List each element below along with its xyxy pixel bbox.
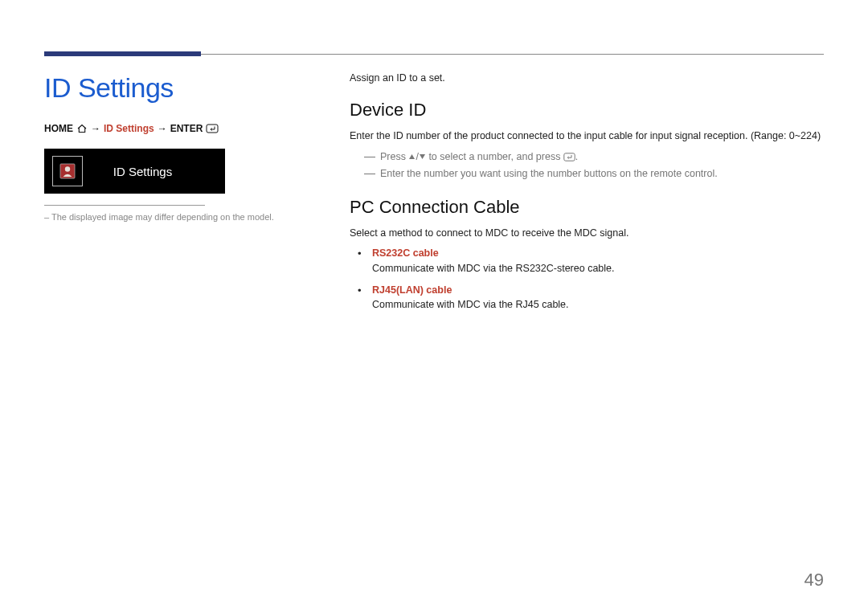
svg-rect-3 xyxy=(564,153,575,161)
right-column: Assign an ID to a set. Device ID Enter t… xyxy=(350,72,824,319)
id-card-icon xyxy=(52,156,83,186)
model-footnote: – The displayed image may differ dependi… xyxy=(44,212,301,222)
divider xyxy=(44,205,205,206)
option-desc: Communicate with MDC via the RJ45 cable. xyxy=(372,297,824,313)
breadcrumb-current: ID Settings xyxy=(104,123,154,134)
dash-icon: ― xyxy=(364,166,375,182)
enter-mini-icon xyxy=(563,153,575,161)
home-icon xyxy=(76,124,88,133)
enter-icon xyxy=(206,124,219,133)
id-settings-card: ID Settings xyxy=(44,149,225,194)
svg-point-2 xyxy=(65,166,70,171)
page-title: ID Settings xyxy=(44,72,301,104)
page-number: 49 xyxy=(805,570,824,591)
section-device-id-title: Device ID xyxy=(350,100,824,121)
pc-cable-body: Select a method to connect to MDC to rec… xyxy=(350,226,824,241)
top-accent-bar xyxy=(44,51,201,56)
arrow-icon: → xyxy=(158,123,167,134)
section-pc-cable-title: PC Connection Cable xyxy=(350,197,824,218)
option-title: RJ45(LAN) cable xyxy=(372,283,824,298)
t: to select a number, and press xyxy=(426,151,563,162)
intro-text: Assign an ID to a set. xyxy=(350,72,824,84)
t: . xyxy=(575,151,578,162)
t: Press xyxy=(380,151,408,162)
svg-rect-0 xyxy=(207,125,218,133)
option-desc: Communicate with MDC via the RS232C-ster… xyxy=(372,261,824,276)
device-id-body: Enter the ID number of the product conne… xyxy=(350,129,824,144)
arrow-icon: → xyxy=(91,123,100,134)
card-label: ID Settings xyxy=(83,165,225,178)
note-row: ― Enter the number you want using the nu… xyxy=(364,166,824,182)
option-title: RS232C cable xyxy=(372,246,824,261)
list-item: RS232C cable Communicate with MDC via th… xyxy=(367,246,824,276)
left-column: ID Settings HOME → ID Settings → ENTER xyxy=(44,72,301,319)
pc-cable-options: RS232C cable Communicate with MDC via th… xyxy=(367,246,824,313)
breadcrumb: HOME → ID Settings → ENTER xyxy=(44,123,301,134)
breadcrumb-enter: ENTER xyxy=(170,123,203,134)
note-text: Enter the number you want using the numb… xyxy=(380,166,718,182)
down-triangle-icon xyxy=(419,153,426,160)
note-row: ― Press / to select a number, and press … xyxy=(364,149,824,166)
page-layout: ID Settings HOME → ID Settings → ENTER xyxy=(44,72,824,319)
device-id-notes: ― Press / to select a number, and press … xyxy=(364,149,824,183)
note-text: Press / to select a number, and press . xyxy=(380,149,578,166)
breadcrumb-home: HOME xyxy=(44,123,73,134)
dash-icon: ― xyxy=(364,149,375,165)
list-item: RJ45(LAN) cable Communicate with MDC via… xyxy=(367,283,824,313)
